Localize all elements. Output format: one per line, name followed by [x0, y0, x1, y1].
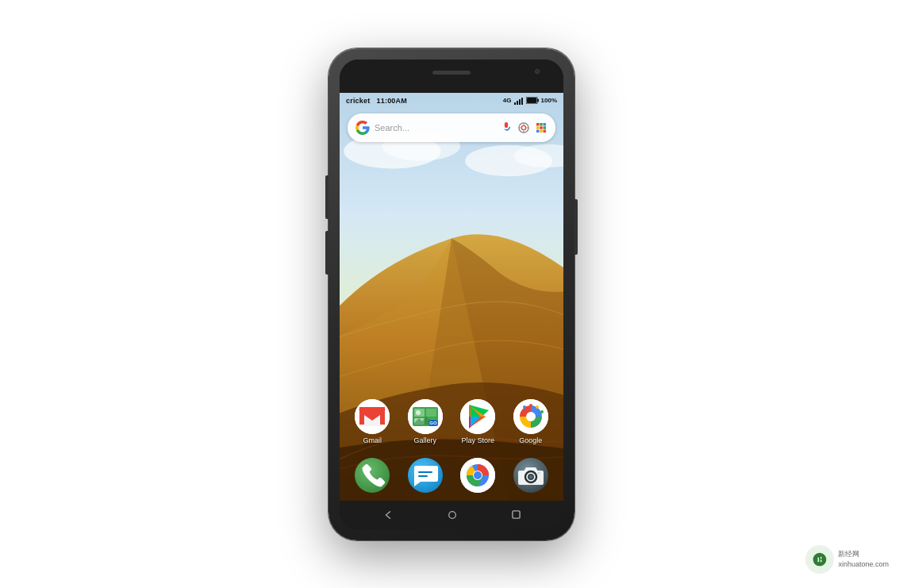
svg-rect-17	[544, 123, 547, 126]
phone-inner: cricket 11:00AM 4G	[340, 60, 563, 529]
front-camera	[535, 69, 540, 74]
dock-row	[346, 458, 557, 493]
svg-point-41	[523, 405, 526, 409]
signal-type: 4G	[503, 97, 512, 104]
back-button[interactable]	[383, 510, 393, 520]
time-text: 11:00AM	[377, 97, 407, 105]
svg-rect-19	[540, 126, 543, 129]
speaker	[432, 71, 471, 75]
svg-rect-23	[544, 129, 547, 133]
lens-icon[interactable]	[517, 121, 530, 134]
watermark-text: 新经网 xinhuatone.com	[838, 549, 889, 569]
svg-point-14	[521, 125, 525, 129]
svg-rect-5	[514, 102, 516, 105]
status-bar: cricket 11:00AM 4G	[340, 93, 563, 109]
gallery-icon: GO	[408, 399, 443, 434]
search-bar[interactable]: Search...	[348, 113, 555, 142]
app-gmail[interactable]: Gmail	[351, 399, 394, 445]
play-store-label: Play Store	[461, 436, 494, 445]
home-button[interactable]	[448, 510, 457, 520]
svg-rect-7	[519, 99, 521, 105]
screen: cricket 11:00AM 4G	[340, 93, 563, 501]
play-store-icon	[460, 399, 495, 434]
app-google[interactable]: Google	[509, 399, 552, 445]
app-gallery[interactable]: GO Gallery	[404, 399, 447, 445]
svg-point-53	[529, 475, 532, 478]
svg-rect-10	[537, 99, 539, 102]
app-phone[interactable]	[351, 458, 394, 493]
messages-icon	[408, 458, 443, 493]
svg-rect-45	[418, 471, 432, 473]
svg-point-55	[448, 511, 455, 518]
battery-icon	[526, 97, 539, 104]
google-logo	[355, 121, 370, 135]
app-messages[interactable]	[404, 458, 447, 493]
svg-text:GO: GO	[429, 421, 437, 425]
app-chrome[interactable]	[456, 458, 499, 493]
svg-point-40	[526, 412, 536, 421]
signal-bars-icon	[514, 97, 524, 105]
svg-rect-46	[418, 475, 428, 477]
apps-icon[interactable]	[535, 121, 548, 134]
search-placeholder[interactable]: Search...	[375, 123, 495, 133]
svg-rect-20	[544, 126, 547, 129]
battery-text: 100%	[541, 97, 557, 104]
main-app-row: Gmail	[346, 399, 557, 445]
carrier-time: cricket 11:00AM	[346, 97, 407, 105]
status-icons: 4G 100%	[503, 97, 557, 105]
svg-rect-12	[505, 122, 508, 128]
app-grid: Gmail	[340, 399, 563, 493]
svg-rect-15	[536, 123, 540, 126]
svg-point-54	[537, 471, 540, 474]
app-play-store[interactable]: Play Store	[456, 399, 499, 445]
mic-icon[interactable]	[500, 121, 513, 134]
bottom-nav	[340, 501, 563, 529]
svg-point-43	[536, 405, 539, 409]
svg-point-50	[474, 471, 482, 479]
gmail-label: Gmail	[363, 436, 382, 445]
recents-button[interactable]	[512, 510, 521, 519]
svg-point-44	[540, 410, 544, 413]
svg-rect-8	[521, 98, 523, 105]
chrome-icon	[460, 458, 495, 493]
watermark-logo	[805, 545, 834, 574]
svg-rect-16	[540, 123, 543, 126]
svg-rect-22	[540, 129, 543, 133]
svg-rect-56	[512, 511, 519, 518]
search-action-icons	[500, 121, 548, 134]
watermark: 新经网 xinhuatone.com	[805, 545, 889, 574]
carrier-text: cricket	[346, 97, 370, 105]
svg-rect-28	[426, 409, 436, 417]
svg-point-42	[529, 404, 532, 407]
google-label: Google	[519, 436, 542, 445]
phone-device: cricket 11:00AM 4G	[329, 48, 574, 540]
svg-rect-21	[536, 129, 540, 133]
gmail-icon	[355, 399, 390, 434]
app-camera[interactable]	[509, 458, 552, 493]
svg-rect-18	[536, 126, 540, 129]
google-icon	[513, 399, 548, 434]
camera-icon-bg	[513, 458, 548, 493]
svg-rect-6	[517, 101, 518, 105]
top-bezel	[340, 60, 563, 93]
gallery-label: Gallery	[413, 436, 436, 445]
svg-point-31	[416, 410, 421, 415]
phone-icon	[355, 458, 390, 493]
svg-rect-11	[527, 98, 536, 103]
